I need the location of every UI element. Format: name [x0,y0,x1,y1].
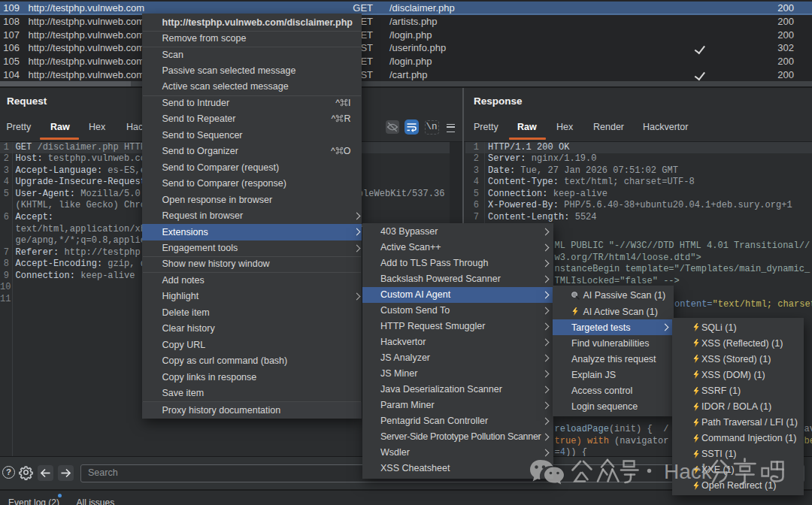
svg-text:Hack: Hack [664,460,713,483]
